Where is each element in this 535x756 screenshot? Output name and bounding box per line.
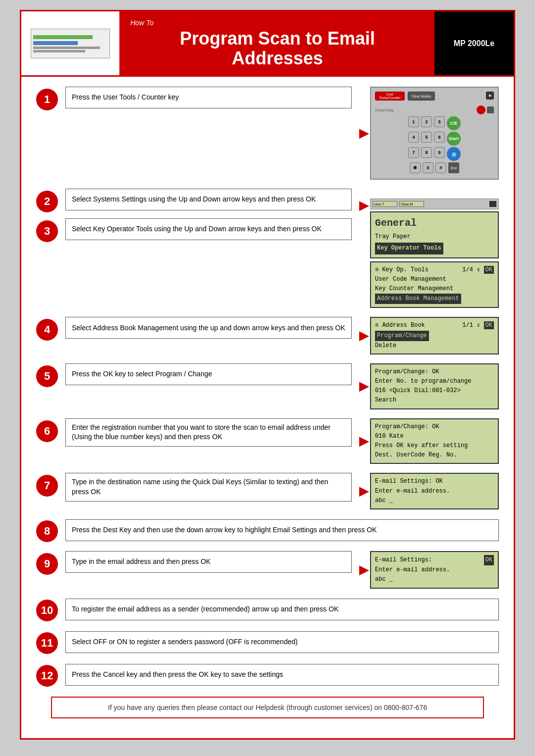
step-row-10: 10 To register the email address as a se… bbox=[36, 598, 499, 621]
step-number-3: 3 bbox=[36, 220, 58, 242]
c-key[interactable]: C/E bbox=[447, 116, 461, 130]
step-image-5: ▶ Program/Change: OK Enter No. to progra… bbox=[359, 363, 499, 409]
step-number-1: 1 bbox=[36, 89, 58, 110]
key-6[interactable]: 6 bbox=[434, 132, 445, 143]
key-2[interactable]: 2 bbox=[421, 116, 432, 127]
step-text-9: Type in the email address and then press… bbox=[65, 551, 352, 573]
title-line1: Program Scan to Email bbox=[180, 28, 375, 49]
key-3[interactable]: 3 bbox=[434, 116, 445, 127]
step-text-7: Type in the destination name using the Q… bbox=[65, 473, 352, 501]
lcd-header-row-5: Program/Change: OK bbox=[375, 367, 494, 377]
arrow-23: ▶ bbox=[359, 199, 368, 212]
key-star[interactable]: ✱ bbox=[410, 162, 421, 173]
key-0[interactable]: 0 bbox=[423, 162, 433, 173]
lcd-item-user-code: User Code Management bbox=[375, 275, 494, 284]
page: How To Program Scan to Email Addresses M… bbox=[20, 10, 515, 740]
title-line2: Addresses bbox=[232, 48, 323, 68]
step-text-11: Select OFF or ON to register a senders p… bbox=[65, 631, 499, 653]
lcd-panel-23: User T Clear M General Tray Paper Key Op… bbox=[370, 199, 499, 308]
lcd-menu5-header: Program/Change: OK bbox=[375, 422, 439, 432]
keypad-frame-1: User Tools/Counter Clear Modes ◉ Clear/S… bbox=[370, 87, 499, 180]
key-8[interactable]: 8 bbox=[421, 147, 432, 158]
key-4[interactable]: 4 bbox=[408, 132, 419, 143]
step-image-23: ▶ User T Clear M General Tray Paper Key … bbox=[359, 189, 499, 308]
step-text-2: Select Systems Settings using the Up and… bbox=[65, 189, 352, 210]
start-key[interactable]: Start bbox=[447, 132, 461, 146]
step-row-1: 1 Press the User Tools / Counter key ▶ U… bbox=[36, 87, 499, 180]
arrow-4: ▶ bbox=[359, 329, 368, 343]
arrow-6: ▶ bbox=[359, 434, 368, 448]
step-row-4: 4 Select Address Book Management using t… bbox=[36, 317, 499, 354]
power-btn[interactable]: ◉ bbox=[486, 92, 494, 100]
lcd-program-change: Program/Change bbox=[375, 331, 429, 341]
clear-modes-btn[interactable]: Clear Modes bbox=[408, 92, 435, 101]
step-row-2: 2 Select Systems Settings using the Up a… bbox=[36, 189, 352, 212]
lcd-menu6-line1: Enter e-mail address. bbox=[375, 487, 494, 496]
step-row-6: 6 Enter the registration number that you… bbox=[36, 418, 499, 464]
step-text-5: Press the OK key to select Program / Cha… bbox=[65, 363, 352, 385]
lcd-page-4: 1/1 ⇕ OK bbox=[462, 321, 494, 330]
header: How To Program Scan to Email Addresses M… bbox=[21, 11, 514, 77]
user-tools-btn[interactable]: User Tools/Counter bbox=[375, 92, 405, 101]
stop-btn[interactable] bbox=[477, 105, 485, 114]
lcd-email-ok: OK bbox=[484, 555, 494, 565]
key-5[interactable]: 5 bbox=[421, 132, 432, 143]
arrow-1: ▶ bbox=[359, 126, 368, 140]
lcd-email-settings-header: E-mail Settings: OK bbox=[375, 555, 494, 565]
key-7[interactable]: 7 bbox=[408, 147, 419, 158]
footer: If you have any queries then please cont… bbox=[51, 697, 484, 718]
ok-small-btn[interactable] bbox=[487, 106, 494, 113]
step-text-1: Press the User Tools / Counter key bbox=[65, 87, 352, 108]
step-row-11: 11 Select OFF or ON to register a sender… bbox=[36, 630, 499, 654]
nav-key[interactable]: ◎ bbox=[447, 147, 461, 161]
lcd-page-3: 1/4 ⇕ OK bbox=[462, 265, 494, 275]
lcd-item-address-book-mgmt: Address Book Management bbox=[375, 294, 461, 304]
step-number-10: 10 bbox=[36, 600, 58, 621]
lcd-email-abc: abc _ bbox=[375, 575, 494, 584]
header-title-area: How To Program Scan to Email Addresses bbox=[120, 11, 434, 75]
lcd-menu5-line1: 010 Kate bbox=[375, 432, 494, 441]
lcd-display-4: ≡ Address Book 1/1 ⇕ OK Program/Change D… bbox=[370, 317, 499, 354]
lcd-enter-email: Enter e-mail address. bbox=[375, 565, 494, 575]
how-to-label: How To bbox=[130, 19, 425, 27]
logo-image bbox=[31, 29, 110, 58]
lcd-enter-no: Enter No. to program/change bbox=[375, 377, 494, 386]
clearstop-label: Clear/Stop bbox=[375, 108, 394, 112]
step-text-10: To register the email address as a sende… bbox=[65, 599, 499, 620]
lcd-header-row-4: ≡ Address Book 1/1 ⇕ OK bbox=[375, 321, 494, 330]
step-image-9: ▶ E-mail Settings: OK Enter e-mail addre… bbox=[359, 551, 499, 589]
main-title: Program Scan to Email Addresses bbox=[130, 29, 425, 68]
step-row-8: 8 Press the Dest Key and then use the do… bbox=[36, 518, 499, 542]
key-1[interactable]: 1 bbox=[408, 116, 419, 127]
lcd-display-9: E-mail Settings: OK Enter e-mail address… bbox=[370, 551, 499, 589]
device-screen-small2: Clear M bbox=[399, 201, 424, 207]
step-text-6: Enter the registration number that you w… bbox=[65, 418, 352, 447]
lcd-display-7: E-mail Settings: OK Enter e-mail address… bbox=[370, 473, 499, 509]
footer-text: If you have any queries then please cont… bbox=[108, 704, 427, 711]
model-label: MP 2000Le bbox=[434, 11, 514, 75]
lcd-search: Search bbox=[375, 396, 494, 405]
key-hash[interactable]: # bbox=[435, 162, 446, 173]
key-9[interactable]: 9 bbox=[434, 147, 445, 158]
step-number-6: 6 bbox=[36, 420, 58, 442]
step-number-7: 7 bbox=[36, 475, 58, 497]
step-image-7: ▶ E-mail Settings: OK Enter e-mail addre… bbox=[359, 473, 499, 509]
step-text-8: Press the Dest Key and then use the down… bbox=[65, 519, 499, 541]
step-number-12: 12 bbox=[36, 665, 58, 687]
step-row-7: 7 Type in the destination name using the… bbox=[36, 473, 499, 509]
arrow-7: ▶ bbox=[359, 484, 368, 498]
arrow-5: ▶ bbox=[359, 379, 368, 393]
step-row-12: 12 Press the Cancel key and then press t… bbox=[36, 663, 499, 687]
lcd-general: General bbox=[375, 215, 494, 231]
lcd-header-4: ≡ Address Book bbox=[375, 321, 425, 330]
step-number-5: 5 bbox=[36, 365, 58, 387]
step-image-6: ▶ Program/Change: OK 010 Kate Press OK k… bbox=[359, 418, 499, 464]
step-number-4: 4 bbox=[36, 319, 58, 341]
step-image-4: ▶ ≡ Address Book 1/1 ⇕ OK Program/Change… bbox=[359, 317, 499, 354]
lcd-email-header-text: E-mail Settings: bbox=[375, 555, 432, 565]
device-screen-small: User T bbox=[373, 201, 397, 207]
step-row-9: 9 Type in the email address and then pre… bbox=[36, 551, 499, 589]
enter-key[interactable]: Ent bbox=[448, 162, 459, 173]
lcd-display-5: Program/Change: OK Enter No. to program/… bbox=[370, 363, 499, 409]
lcd-display-6: Program/Change: OK 010 Kate Press OK key… bbox=[370, 418, 499, 464]
